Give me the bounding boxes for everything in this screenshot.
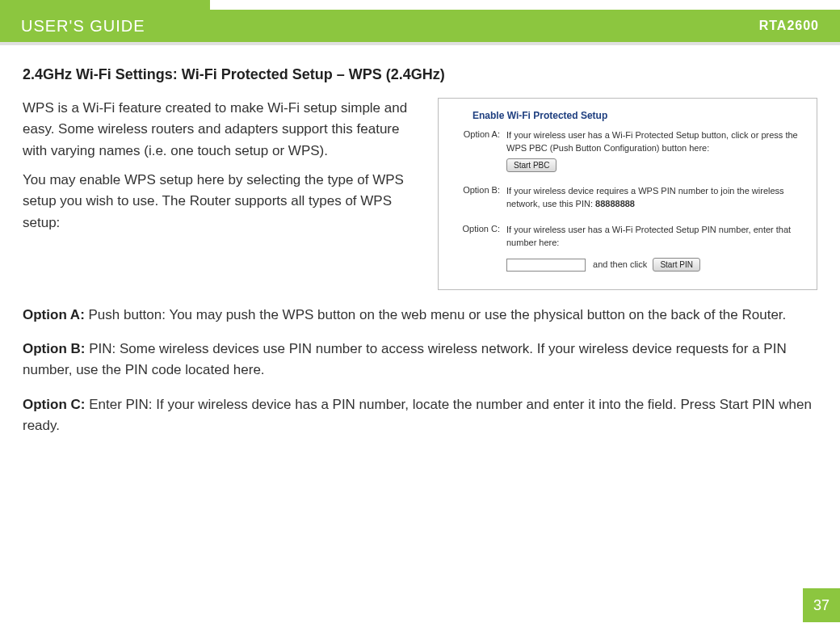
wps-option-a-label: Option A: [450,129,506,172]
option-b-bold: Option B: [23,341,89,356]
option-b-paragraph: Option B: PIN: Some wireless devices use… [23,339,817,381]
wps-pin-input[interactable] [506,259,586,272]
page-number-tab: 37 [803,588,840,622]
wps-option-b-row: Option B: If your wireless device requir… [450,185,805,211]
option-c-bold: Option C: [23,397,89,412]
page-body: 2.4GHz Wi-Fi Settings: Wi-Fi Protected S… [23,66,817,449]
option-descriptions: Option A: Push button: You may push the … [23,305,817,437]
option-a-paragraph: Option A: Push button: You may push the … [23,305,817,326]
document-header: USER'S GUIDE RTA2600 [0,0,840,55]
header-title: USER'S GUIDE [21,17,145,36]
wps-option-b-text: If your wireless device requires a WPS P… [506,186,784,208]
option-c-text: Enter PIN: If your wireless device has a… [23,397,812,433]
wps-and-then-text: and then click [590,259,649,269]
header-model: RTA2600 [759,19,819,33]
two-column-row: WPS is a Wi-Fi feature created to make W… [23,98,817,290]
wps-option-c-body: If your wireless user has a Wi-Fi Protec… [506,224,805,272]
intro-paragraph-1: WPS is a Wi-Fi feature created to make W… [23,98,420,162]
wps-option-b-prefix: If your wireless device requires a WPS P… [506,186,784,208]
wps-option-c-row: Option C: If your wireless user has a Wi… [450,224,805,272]
intro-paragraph-2: You may enable WPS setup here by selecti… [23,170,420,234]
wps-option-a-body: If your wireless user has a Wi-Fi Protec… [506,129,805,172]
header-tab [0,0,210,10]
option-a-bold: Option A: [23,307,89,322]
start-pin-button[interactable]: Start PIN [653,258,700,272]
start-pbc-button[interactable]: Start PBC [506,158,556,172]
header-underline [0,42,840,45]
option-a-text: Push button: You may push the WPS button… [89,307,787,322]
wps-option-b-label: Option B: [450,185,506,211]
option-c-paragraph: Option C: Enter PIN: If your wireless de… [23,394,817,437]
embedded-screenshot-wrapper: Enable Wi-Fi Protected Setup Option A: I… [438,98,817,290]
header-bar: USER'S GUIDE RTA2600 [0,10,840,42]
option-b-text: PIN: Some wireless devices use PIN numbe… [23,341,787,377]
wps-option-a-row: Option A: If your wireless user has a Wi… [450,129,805,172]
wps-screenshot: Enable Wi-Fi Protected Setup Option A: I… [438,98,817,290]
intro-text: WPS is a Wi-Fi feature created to make W… [23,98,420,290]
wps-option-a-text: If your wireless user has a Wi-Fi Protec… [506,129,805,155]
wps-option-b-body: If your wireless device requires a WPS P… [506,185,805,211]
wps-pin-value: 88888888 [595,199,635,208]
section-title: 2.4GHz Wi-Fi Settings: Wi-Fi Protected S… [23,66,817,83]
wps-screenshot-title: Enable Wi-Fi Protected Setup [450,110,805,121]
wps-option-c-text: If your wireless user has a Wi-Fi Protec… [506,224,805,250]
wps-option-c-label: Option C: [450,224,506,272]
wps-option-c-input-row: and then click Start PIN [506,255,805,272]
